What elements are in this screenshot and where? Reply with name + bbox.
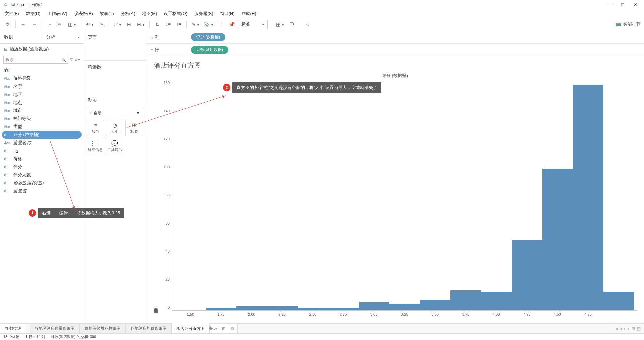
field-item[interactable]: Abc度量名称 <box>0 139 84 147</box>
field-label: 评分 (数据桶) <box>13 132 39 138</box>
chart-title[interactable]: 酒店评分直方图 <box>154 61 637 70</box>
tab-nav-next-icon[interactable]: ▸ <box>624 326 626 331</box>
field-item[interactable]: Abc价格等级 <box>0 74 84 82</box>
histogram-bar[interactable] <box>542 169 573 310</box>
field-item[interactable]: #价格 <box>0 155 84 163</box>
tableau-icon[interactable]: ✲ <box>3 20 12 29</box>
detail-shelf[interactable]: ⋮⋮ 详细信息 <box>87 138 104 154</box>
field-item[interactable]: ılı评分 (数据桶) <box>2 131 82 139</box>
back-button[interactable]: ← <box>19 20 28 29</box>
highlight-button[interactable]: ✎ ▾ <box>190 20 201 29</box>
menu-item-5[interactable]: 分析(A) <box>118 10 138 17</box>
new-worksheet-button[interactable]: ▥ ▾ <box>67 20 77 29</box>
maximize-button[interactable]: □ <box>619 2 626 7</box>
histogram-bar[interactable] <box>512 240 542 310</box>
columns-shelf[interactable]: iii列 评分 (数据桶) <box>146 31 644 44</box>
field-item[interactable]: Abc热门等级 <box>0 115 84 123</box>
histogram-bar[interactable] <box>328 308 359 310</box>
field-item[interactable]: #评分 <box>0 163 84 171</box>
histogram-bar[interactable] <box>236 306 267 310</box>
mark-type-dropdown[interactable]: ıll 自动 ▼ <box>87 109 143 117</box>
swap-button[interactable]: ⇄ ▾ <box>113 20 123 29</box>
histogram-bar[interactable] <box>389 304 420 310</box>
search-input[interactable]: 搜索 🔍 <box>3 56 68 64</box>
filter-icon[interactable]: ▽ <box>70 57 73 62</box>
save-button[interactable]: ▫ <box>46 20 54 29</box>
group-button[interactable]: 📎 ▾ <box>203 20 215 29</box>
redo-button[interactable]: ↷ <box>97 20 106 29</box>
size-shelf[interactable]: ◔ 大小 <box>106 120 123 136</box>
show-me-button[interactable]: 智能推荐 <box>616 21 641 27</box>
measure-icon: # <box>4 173 11 177</box>
tab-list-icon[interactable]: ▤ <box>637 326 641 331</box>
fit-dropdown[interactable]: 标准 ▼ <box>238 20 268 29</box>
datasource-item[interactable]: ⊟ 酒店数据 (酒店数据) <box>0 44 84 54</box>
menu-item-7[interactable]: 设置格式(O) <box>161 10 190 17</box>
pin-button[interactable]: 📌 <box>227 20 236 29</box>
color-shelf[interactable]: •• 颜色 <box>87 120 104 136</box>
datasource-tab[interactable]: ⊟ 数据源 <box>0 324 26 333</box>
histogram-bar[interactable] <box>206 308 236 310</box>
menu-item-10[interactable]: 帮助(H) <box>239 10 259 17</box>
label-shelf[interactable]: ⊞ 标签 <box>125 120 143 136</box>
undo-button[interactable]: ↶ ▾ <box>85 20 95 29</box>
field-item[interactable]: #评分人数 <box>0 171 84 179</box>
rows-shelf[interactable]: ≡行 计数(酒店数据) <box>146 44 644 56</box>
show-cards-button[interactable]: ▦ ▾ <box>275 20 285 29</box>
tab-nav-first-icon[interactable]: ◂ <box>615 326 618 331</box>
rows-pill[interactable]: 计数(酒店数据) <box>191 46 228 54</box>
new-dashboard-tab[interactable]: ⊞ <box>219 324 228 333</box>
menu-item-8[interactable]: 服务器(S) <box>192 10 216 17</box>
close-button[interactable]: ✕ <box>632 2 639 7</box>
field-item[interactable]: Abc地点 <box>0 99 84 107</box>
field-item[interactable]: Abc名字 <box>0 82 84 91</box>
totals-button[interactable]: ⇅ <box>153 20 162 29</box>
analysis-tab[interactable]: 分析▸ <box>42 31 84 43</box>
field-item[interactable]: #酒店数据 (计数) <box>0 179 84 187</box>
sort-desc-button[interactable]: ⊟ ▾ <box>136 20 146 29</box>
menu-item-0[interactable]: 文件(F) <box>2 10 22 17</box>
new-datasource-button[interactable]: ⎚+ <box>56 20 65 29</box>
menu-item-2[interactable]: 工作表(W) <box>45 10 70 17</box>
label-button[interactable]: T <box>217 20 225 29</box>
field-item[interactable]: #F1 <box>0 147 84 155</box>
data-tab[interactable]: 数据 <box>0 31 42 43</box>
sort-button-2[interactable]: ↑≡ <box>174 20 183 29</box>
sheet-tab[interactable]: 各地区酒店数量条形图 <box>30 324 80 333</box>
new-worksheet-tab[interactable]: �ємь <box>210 324 219 333</box>
histogram-bar[interactable] <box>359 302 389 310</box>
histogram-bar[interactable] <box>420 300 450 310</box>
field-item[interactable]: #度量值 <box>0 187 84 195</box>
tab-nav-prev-icon[interactable]: ◂ <box>620 326 622 331</box>
sheet-tab[interactable]: 各地酒店均价条形图 <box>126 324 172 333</box>
new-story-tab[interactable]: ⧉ <box>228 324 238 333</box>
tooltip-shelf[interactable]: 💬 工具提示 <box>106 138 123 154</box>
menu-item-4[interactable]: 故事(T) <box>97 10 117 17</box>
histogram-bar[interactable] <box>603 292 634 310</box>
histogram-bar[interactable] <box>450 290 481 310</box>
share-button[interactable]: ∝ <box>303 20 312 29</box>
sheet-tab[interactable]: 酒店评分直方图 <box>172 323 210 333</box>
tab-nav-last-icon[interactable]: ▸ <box>628 326 630 331</box>
sort-button-1[interactable]: ↓≡ <box>164 20 172 29</box>
histogram-bar[interactable] <box>298 308 328 310</box>
tab-grid-icon[interactable]: ⊞ <box>632 326 635 331</box>
menu-item-1[interactable]: 数据(D) <box>23 10 43 17</box>
histogram-bar[interactable] <box>573 85 603 310</box>
minimize-button[interactable]: — <box>606 2 613 7</box>
view-icon[interactable]: ≡ ▾ <box>75 57 80 62</box>
field-item[interactable]: Abc地区 <box>0 91 84 99</box>
menu-item-6[interactable]: 地图(M) <box>139 10 160 17</box>
menu-item-3[interactable]: 仪表板(B) <box>71 10 96 17</box>
presentation-button[interactable]: 🖵 <box>287 20 296 29</box>
menu-item-9[interactable]: 窗口(N) <box>217 10 237 17</box>
field-item[interactable]: Abc城市 <box>0 107 84 115</box>
histogram-bar[interactable] <box>481 292 512 310</box>
field-item[interactable]: Abc类型 <box>0 123 84 131</box>
forward-button[interactable]: → <box>30 20 39 29</box>
histogram-bar[interactable] <box>267 306 298 310</box>
columns-pill[interactable]: 评分 (数据桶) <box>191 33 225 41</box>
chart-plot[interactable]: 酒店数据 计数 160140120100806040200 1.501.752.… <box>153 81 637 316</box>
sheet-tab[interactable]: 价格等级堆积柱形图 <box>80 324 126 333</box>
sort-asc-button[interactable]: ⊞ <box>125 20 133 29</box>
